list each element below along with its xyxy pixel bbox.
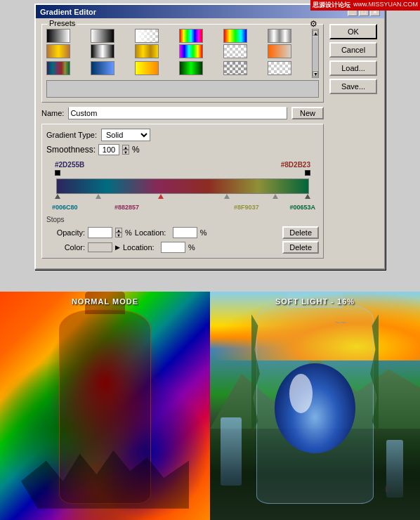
- soft-light-label: SOFT LIGHT - 16%: [275, 297, 355, 306]
- preset-swatch[interactable]: [46, 29, 70, 43]
- color-stop-2[interactable]: [96, 194, 101, 199]
- load-button[interactable]: Load...: [329, 60, 377, 76]
- preset-swatch[interactable]: [223, 29, 247, 43]
- color-arrow-icon[interactable]: ▶: [115, 244, 120, 251]
- color-row: Color: ▶ Location: % Delete: [46, 241, 319, 254]
- opacity-spinner[interactable]: ▲ ▼: [115, 228, 122, 238]
- preset-swatch[interactable]: [179, 29, 203, 43]
- preset-swatch[interactable]: [91, 29, 114, 43]
- gradient-preview-large: [46, 80, 319, 98]
- preset-swatch[interactable]: [179, 61, 203, 75]
- preset-swatch[interactable]: [268, 29, 291, 43]
- color-delete-button[interactable]: Delete: [282, 241, 319, 254]
- smoothness-spinner[interactable]: ▲ ▼: [122, 145, 129, 155]
- opacity-input[interactable]: [88, 227, 112, 238]
- preset-swatch[interactable]: [268, 61, 291, 75]
- preset-swatch[interactable]: [223, 61, 247, 75]
- preset-swatch[interactable]: [135, 29, 159, 43]
- gradient-bar-container: [46, 178, 319, 194]
- dialog-right-panel: OK Cancel Load... Save...: [329, 24, 379, 263]
- color-stop-5[interactable]: [273, 194, 278, 199]
- psychedelic-background: [0, 292, 210, 520]
- color-loc-pct: %: [188, 243, 195, 252]
- color-loc-label: Location:: [123, 243, 158, 252]
- opacity-stop-right[interactable]: [305, 170, 310, 176]
- dialog-title: Gradient Editor: [40, 8, 96, 16]
- opacity-pct: %: [125, 228, 132, 237]
- bottle-inner-scene: [275, 363, 356, 453]
- preset-swatch[interactable]: [135, 61, 159, 75]
- color-stop-4[interactable]: [224, 194, 230, 199]
- opacity-label: Opacity:: [46, 228, 85, 237]
- preset-swatch[interactable]: [223, 44, 247, 58]
- opacity-loc-input[interactable]: [173, 227, 197, 238]
- color-label: Color:: [46, 243, 85, 252]
- stop-hex-1: #006C80: [52, 204, 78, 211]
- gradient-type-select[interactable]: Solid Noise: [101, 129, 150, 141]
- color-stop-6[interactable]: [305, 194, 310, 199]
- presets-grid-row2: [46, 61, 310, 75]
- waterfall-left: [221, 417, 242, 486]
- stops-label: Stops: [46, 216, 319, 223]
- name-row: Name: New: [41, 107, 324, 119]
- opacity-stop-left[interactable]: [55, 170, 60, 176]
- opacity-spin-up[interactable]: ▲: [115, 228, 122, 233]
- scroll-up[interactable]: ▲: [313, 30, 318, 36]
- spin-up[interactable]: ▲: [122, 145, 129, 150]
- preset-swatch[interactable]: [179, 44, 203, 58]
- birds: 〜〜: [335, 319, 346, 327]
- opacity-spin-down[interactable]: ▼: [115, 233, 122, 238]
- color-stop-1[interactable]: [55, 194, 60, 199]
- color-stops-row: [46, 194, 319, 204]
- cancel-button[interactable]: Cancel: [329, 42, 377, 58]
- smoothness-label: Smoothness:: [46, 145, 96, 155]
- preset-swatch[interactable]: [268, 44, 291, 58]
- pct-label: %: [132, 145, 140, 155]
- normal-mode-label: NORMAL MODE: [72, 297, 138, 306]
- soft-light-image: 〜〜 SOFT LIGHT - 16%: [210, 292, 420, 520]
- name-input[interactable]: [68, 107, 287, 119]
- stop-hex-4: #00653A: [289, 204, 315, 211]
- gradient-settings-section: Gradient Type: Solid Noise Smoothness: ▲…: [41, 124, 324, 259]
- save-button[interactable]: Save...: [329, 79, 377, 94]
- waterfall-right: [386, 440, 403, 497]
- dialog-left-panel: Presets ⚙: [41, 24, 324, 263]
- hex-label-left: #2D255B: [55, 161, 84, 169]
- gradient-bar[interactable]: [56, 178, 309, 194]
- opacity-row: Opacity: ▲ ▼ % Location: % Delete: [46, 226, 319, 239]
- ok-button[interactable]: OK: [329, 24, 377, 39]
- preset-swatch[interactable]: [46, 44, 70, 58]
- scroll-down[interactable]: ▼: [313, 71, 318, 77]
- gradient-editor-dialog: Gradient Editor _ □ × Presets ⚙: [34, 4, 386, 270]
- nature-background: 〜〜: [210, 292, 420, 520]
- color-loc-input[interactable]: [161, 242, 185, 253]
- spin-down[interactable]: ▼: [122, 150, 129, 155]
- presets-scrollbar[interactable]: ▲ ▼: [312, 29, 319, 78]
- opacity-delete-button[interactable]: Delete: [282, 226, 319, 239]
- normal-mode-image: NORMAL MODE: [0, 292, 210, 520]
- comparison-images: NORMAL MODE 〜〜: [0, 292, 420, 520]
- new-button[interactable]: New: [291, 107, 324, 119]
- smoothness-row: Smoothness: ▲ ▼ %: [46, 144, 319, 155]
- watermark-text1: 思源设计论坛: [313, 1, 350, 10]
- color-swatch[interactable]: [88, 242, 112, 252]
- gradient-bar-area: #2D255B #8D2B23: [46, 161, 319, 223]
- preset-swatch[interactable]: [91, 44, 114, 58]
- hex-label-right: #8D2B23: [281, 161, 310, 169]
- opacity-loc-label: Location:: [135, 228, 170, 237]
- gear-icon[interactable]: ⚙: [310, 19, 317, 29]
- color-stop-3[interactable]: [158, 194, 164, 199]
- dialog-background: Gradient Editor _ □ × Presets ⚙: [0, 0, 420, 292]
- watermark-text2: www.MISSYUAN.COM: [353, 1, 418, 10]
- stop-hex-2: #882857: [114, 204, 139, 211]
- preset-swatch-custom[interactable]: [46, 61, 70, 75]
- preset-swatch[interactable]: [135, 44, 159, 58]
- preset-swatch[interactable]: [91, 61, 114, 75]
- presets-grid: [46, 29, 310, 58]
- gradient-type-row: Gradient Type: Solid Noise: [46, 129, 319, 141]
- smoothness-input[interactable]: [98, 144, 119, 155]
- dialog-content: Presets ⚙: [36, 18, 384, 268]
- bottom-controls: Opacity: ▲ ▼ % Location: % Delete: [46, 226, 319, 254]
- stop-hex-labels: #006C80 #882857 #8F9037 #00653A: [46, 204, 319, 214]
- human-figure: [386, 486, 388, 493]
